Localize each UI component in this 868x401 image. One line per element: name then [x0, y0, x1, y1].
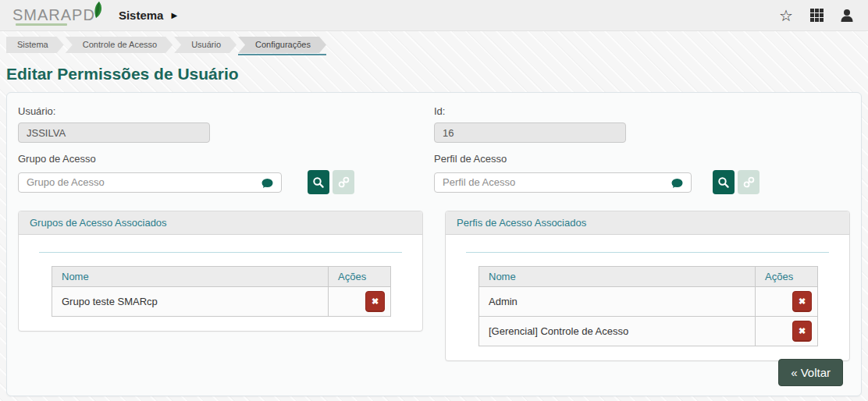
- user-glyph: [839, 8, 855, 23]
- menu-arrow-icon: ▶: [171, 11, 177, 20]
- perfil-nome-cell: Admin: [479, 287, 756, 317]
- delete-grupo-button[interactable]: ✖: [365, 291, 385, 312]
- link-icon: [743, 176, 755, 188]
- breadcrumb-item-configuracoes[interactable]: Configurações: [238, 37, 326, 56]
- grupo-nome-cell: Grupo teste SMARcp: [52, 287, 329, 317]
- favorites-star-icon[interactable]: ☆: [777, 7, 795, 24]
- breadcrumb-label: Sistema: [6, 37, 64, 53]
- logo-text: SMARAPD: [12, 7, 95, 23]
- breadcrumb-item-sistema[interactable]: Sistema: [6, 37, 64, 56]
- delete-icon: ✖: [372, 296, 379, 307]
- grupos-panel-title: Grupos de Acesso Associados: [19, 211, 422, 235]
- grupo-de-acesso-label: Grupo de Acesso: [18, 153, 434, 165]
- search-icon: [312, 176, 325, 189]
- usuario-label: Usuário:: [18, 105, 434, 117]
- breadcrumb-label: Configurações: [238, 37, 326, 53]
- active-crumb-underline: [238, 54, 326, 55]
- column-header-acoes: Ações: [329, 267, 391, 287]
- table-row: [Gerencial] Controle de Acesso ✖: [479, 317, 818, 346]
- table-row: Admin ✖: [479, 287, 818, 317]
- id-field: [434, 122, 626, 143]
- column-header-nome: Nome: [52, 267, 329, 287]
- link-icon: [338, 176, 350, 188]
- top-bar: SMARAPD Sistema ▶ ☆: [0, 0, 868, 31]
- grid-glyph: [810, 9, 824, 22]
- delete-icon: ✖: [799, 326, 806, 336]
- user-icon[interactable]: [838, 7, 856, 24]
- breadcrumb-label: Usuário: [174, 37, 237, 53]
- perfil-search-button[interactable]: [713, 170, 735, 194]
- grupo-search-button[interactable]: [308, 170, 329, 194]
- leaf-icon: [91, 2, 104, 22]
- menu-sistema-label: Sistema: [119, 9, 164, 22]
- perfis-associados-panel: Perfis de Acesso Associados Nome Ações A…: [445, 211, 850, 361]
- breadcrumb-item-usuario[interactable]: Usuário: [174, 37, 237, 56]
- search-icon: [717, 176, 730, 189]
- perfil-de-acesso-input[interactable]: [434, 172, 692, 193]
- perfis-table: Nome Ações Admin ✖: [478, 266, 818, 346]
- grupo-link-button-disabled: [333, 170, 354, 194]
- column-header-acoes: Ações: [756, 267, 818, 287]
- perfil-link-button-disabled: [738, 170, 760, 194]
- grupos-associados-panel: Grupos de Acesso Associados Nome Ações G…: [18, 211, 423, 332]
- delete-perfil-button[interactable]: ✖: [792, 321, 812, 342]
- smarapd-logo[interactable]: SMARAPD: [12, 7, 95, 26]
- menu-sistema[interactable]: Sistema ▶: [119, 9, 177, 22]
- grupos-table: Nome Ações Grupo teste SMARcp ✖: [52, 266, 391, 317]
- panel-divider: [39, 252, 402, 253]
- page-title: Editar Permissões de Usuário: [6, 65, 868, 83]
- perfil-nome-cell: [Gerencial] Controle de Acesso: [479, 317, 756, 346]
- grupo-de-acesso-input[interactable]: [18, 172, 282, 193]
- delete-perfil-button[interactable]: ✖: [792, 291, 812, 312]
- table-row: Grupo teste SMARcp ✖: [52, 287, 391, 317]
- breadcrumb-item-controle-de-acesso[interactable]: Controle de Acesso: [66, 37, 173, 56]
- column-header-nome: Nome: [479, 267, 756, 287]
- breadcrumb: Sistema Controle de Acesso Usuário Confi…: [6, 37, 868, 56]
- apps-grid-icon[interactable]: [808, 7, 825, 24]
- voltar-button[interactable]: « Voltar: [778, 359, 843, 386]
- usuario-field: [18, 122, 210, 143]
- perfil-de-acesso-label: Perfil de Acesso: [434, 153, 850, 165]
- main-panel: Usuário: Grupo de Acesso: [6, 92, 862, 396]
- logo-tagline: [16, 23, 67, 26]
- breadcrumb-label: Controle de Acesso: [66, 37, 173, 53]
- star-glyph: ☆: [779, 8, 793, 23]
- id-label: Id:: [434, 105, 850, 117]
- delete-icon: ✖: [799, 296, 806, 307]
- panel-divider: [466, 252, 829, 253]
- perfis-panel-title: Perfis de Acesso Associados: [446, 211, 849, 235]
